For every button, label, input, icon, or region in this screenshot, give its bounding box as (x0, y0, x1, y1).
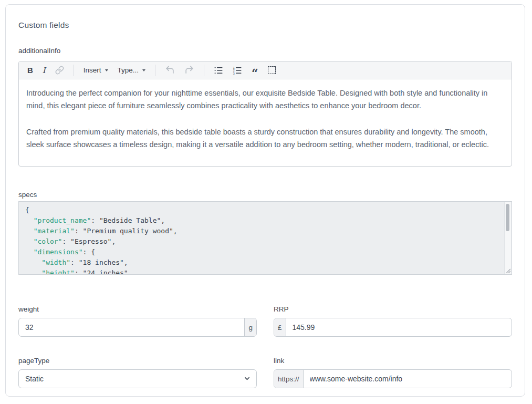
rrp-input-group: £ (274, 318, 512, 337)
rte-paragraph: Introducing the perfect companion for yo… (26, 87, 504, 112)
rte-paragraph: Crafted from premium quality materials, … (26, 126, 504, 151)
additional-info-label: additionalInfo (18, 47, 512, 55)
undo-button[interactable] (161, 63, 179, 78)
specs-code: { "product_name": "Bedside Table", "mate… (19, 202, 512, 275)
field-specs: specs { "product_name": "Bedside Table",… (18, 191, 512, 275)
toolbar-divider (204, 65, 204, 76)
link-label: link (274, 357, 512, 365)
page-type-select[interactable]: Static (18, 369, 257, 388)
toolbar-divider (74, 65, 74, 76)
field-link: link https:// (274, 357, 512, 388)
weight-input-group: g (18, 318, 257, 337)
rrp-label: RRP (274, 305, 512, 313)
rrp-input[interactable] (286, 318, 512, 336)
specs-scrollbar[interactable] (504, 202, 511, 274)
field-weight: weight g (18, 305, 257, 337)
page-title: Custom fields (18, 5, 512, 30)
svg-text:3: 3 (233, 71, 235, 75)
specs-label: specs (18, 191, 512, 199)
undo-icon (165, 65, 175, 75)
redo-button[interactable] (180, 63, 199, 78)
page-type-select-wrap: Static (18, 369, 257, 388)
page-type-label: pageType (18, 357, 257, 365)
type-dropdown[interactable]: Type... (113, 63, 150, 78)
numbered-list-button[interactable]: 123 (228, 63, 246, 78)
weight-input[interactable] (19, 318, 244, 336)
insert-dropdown[interactable]: Insert (79, 63, 112, 78)
protocol-addon: https:// (274, 370, 304, 388)
specs-code-editor[interactable]: { "product_name": "Bedside Table", "mate… (18, 201, 512, 275)
insert-dropdown-label: Insert (84, 66, 101, 74)
currency-addon: £ (274, 318, 286, 336)
link-icon (55, 66, 64, 75)
block-button[interactable] (264, 63, 280, 78)
rich-text-editor: B I Insert Type... (18, 61, 512, 167)
link-input-group: https:// (274, 369, 512, 388)
bold-button[interactable]: B (23, 63, 37, 78)
blockquote-button[interactable]: “ (247, 63, 263, 78)
bullet-list-button[interactable] (210, 63, 227, 78)
specs-scrollbar-thumb[interactable] (506, 204, 509, 231)
blockquote-icon: “ (252, 70, 258, 76)
field-rrp: RRP £ (274, 305, 512, 337)
italic-button[interactable]: I (38, 63, 50, 78)
custom-fields-card: Custom fields additionalInfo B I Insert … (5, 4, 525, 397)
chevron-down-icon (142, 69, 145, 71)
rte-toolbar: B I Insert Type... (19, 61, 512, 79)
fields-grid: weight g RRP £ pageType Static (18, 305, 512, 388)
bullet-list-icon (214, 66, 223, 75)
link-input[interactable] (304, 370, 512, 388)
link-button[interactable] (51, 63, 68, 78)
field-page-type: pageType Static (18, 357, 257, 388)
toolbar-divider (155, 65, 155, 76)
resize-grip-icon[interactable] (505, 268, 510, 273)
type-dropdown-label: Type... (118, 66, 139, 74)
redo-icon (184, 65, 194, 75)
chevron-down-icon (105, 69, 108, 71)
weight-label: weight (18, 305, 257, 313)
weight-unit-addon: g (244, 318, 256, 336)
field-additional-info: additionalInfo B I Insert Type... (18, 47, 512, 167)
dashed-square-icon (268, 66, 276, 74)
numbered-list-icon: 123 (233, 66, 242, 75)
rte-content-area[interactable]: Introducing the perfect companion for yo… (19, 79, 512, 151)
